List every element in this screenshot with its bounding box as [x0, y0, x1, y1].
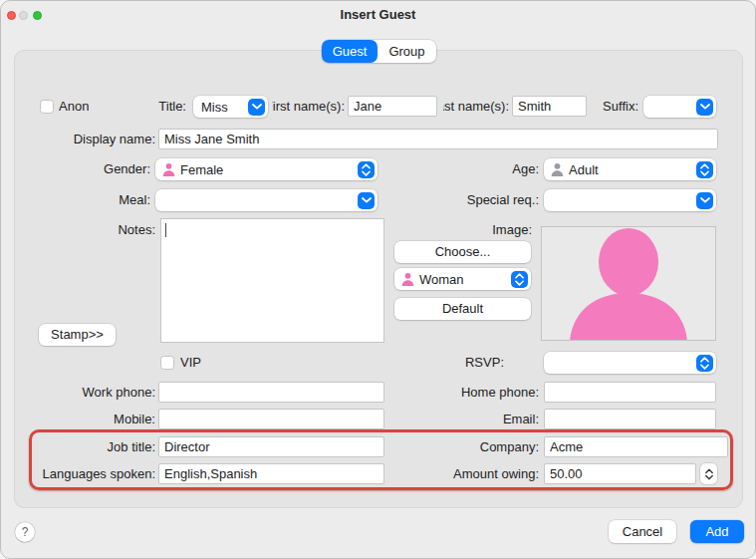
woman-silhouette-icon	[542, 227, 716, 341]
gender-select[interactable]: Female	[155, 158, 378, 180]
home-phone-label: Home phone:	[439, 383, 539, 403]
help-button[interactable]: ?	[15, 522, 35, 542]
notes-textarea[interactable]	[160, 218, 384, 343]
anon-checkbox[interactable]	[40, 100, 54, 114]
default-image-button[interactable]: Default	[394, 298, 531, 320]
last-name-field[interactable]	[512, 96, 587, 117]
rsvp-label: RSVP:	[439, 353, 504, 373]
chevron-down-icon	[358, 192, 375, 209]
meal-label: Meal:	[81, 190, 150, 210]
image-label: Image:	[489, 220, 532, 240]
email-label: Email:	[439, 410, 539, 429]
special-req-label: Special req.:	[439, 190, 539, 210]
suffix-label: Suffix:	[593, 97, 638, 117]
meal-select[interactable]	[155, 189, 378, 211]
home-phone-field[interactable]	[544, 382, 716, 403]
choose-image-button[interactable]: Choose...	[394, 241, 531, 263]
image-type-select[interactable]: Woman	[394, 268, 531, 290]
last-name-label: Last name(s):	[443, 97, 509, 117]
first-name-field[interactable]	[348, 96, 437, 117]
languages-field[interactable]	[158, 463, 384, 484]
tab-group[interactable]: Group	[378, 40, 436, 63]
up-down-stepper-icon	[358, 161, 375, 178]
chevron-down-icon	[248, 99, 265, 116]
gender-label: Gender:	[81, 159, 150, 179]
stamp-button[interactable]: Stamp>>	[39, 324, 116, 346]
email-field[interactable]	[544, 409, 716, 429]
age-label: Age:	[479, 159, 539, 179]
gender-value: Female	[176, 162, 223, 177]
anon-label: Anon	[59, 97, 99, 117]
text-caret	[165, 223, 166, 237]
add-button[interactable]: Add	[690, 520, 744, 543]
chevron-down-icon	[696, 192, 713, 209]
vip-checkbox[interactable]	[160, 356, 174, 370]
display-name-label: Display name:	[56, 130, 155, 149]
mobile-field[interactable]	[158, 409, 384, 429]
female-icon	[161, 162, 176, 177]
display-name-field[interactable]	[158, 129, 718, 149]
languages-label: Languages spoken:	[31, 464, 155, 484]
amount-owing-label: Amount owing:	[439, 464, 539, 484]
title-label: Title:	[150, 97, 186, 117]
job-title-label: Job title:	[56, 437, 155, 457]
tab-guest[interactable]: Guest	[322, 40, 378, 63]
notes-label: Notes:	[96, 220, 155, 240]
up-down-stepper-icon	[705, 468, 713, 480]
age-value: Adult	[565, 162, 599, 177]
suffix-select[interactable]	[643, 96, 716, 118]
tab-bar: Guest Group	[322, 40, 436, 63]
job-title-field[interactable]	[158, 436, 384, 457]
cancel-button[interactable]: Cancel	[609, 520, 676, 543]
work-phone-field[interactable]	[158, 382, 384, 403]
work-phone-label: Work phone:	[56, 383, 155, 403]
title-value: Miss	[193, 100, 228, 115]
window-title: Insert Guest	[1, 7, 755, 22]
insert-guest-dialog: Insert Guest Guest Group Anon Title: Mis…	[0, 0, 756, 559]
up-down-stepper-icon	[696, 161, 713, 178]
woman-icon	[400, 272, 415, 287]
mobile-label: Mobile:	[56, 410, 155, 429]
company-label: Company:	[439, 437, 539, 457]
image-type-value: Woman	[415, 272, 464, 287]
age-select[interactable]: Adult	[544, 158, 716, 180]
title-select[interactable]: Miss	[193, 96, 268, 118]
image-preview	[541, 226, 716, 341]
rsvp-select[interactable]	[544, 352, 716, 374]
amount-stepper[interactable]	[700, 463, 717, 484]
chevron-down-icon	[696, 99, 713, 116]
adult-person-icon	[550, 162, 565, 177]
titlebar: Insert Guest	[1, 1, 755, 29]
vip-label: VIP	[180, 353, 220, 373]
company-field[interactable]	[544, 436, 728, 457]
up-down-stepper-icon	[696, 355, 713, 372]
first-name-label: First name(s):	[272, 97, 345, 117]
up-down-stepper-icon	[511, 271, 528, 288]
special-req-select[interactable]	[544, 189, 716, 211]
amount-owing-field[interactable]	[544, 463, 696, 484]
